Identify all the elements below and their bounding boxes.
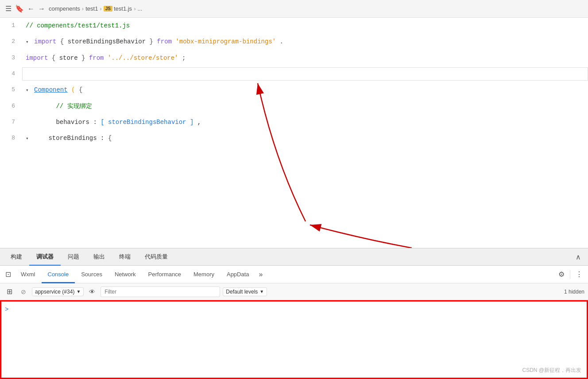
service-selector[interactable]: appservice (#34) ▼	[32, 287, 84, 296]
brace-open-3: {	[52, 54, 55, 62]
kw-import-2: import	[34, 38, 56, 45]
line-content-8: ▾ storeBindings : {	[22, 130, 588, 147]
dropdown-arrow-icon: ▼	[76, 289, 81, 294]
breadcrumb-compenents[interactable]: compenents	[49, 5, 80, 12]
tab-console[interactable]: Console	[42, 266, 75, 283]
breadcrumb-ellipsis: ...	[137, 5, 142, 12]
collapse-arrow-8[interactable]: ▾	[26, 136, 29, 141]
sep1: ›	[82, 5, 84, 12]
js-badge: JS	[104, 6, 112, 12]
breadcrumb-file[interactable]: JS test1.js	[104, 5, 132, 12]
tab-network[interactable]: Network	[108, 266, 142, 283]
console-output: > CSDN @新征程，再出发	[0, 300, 588, 379]
dots-icon[interactable]: ⋮	[572, 270, 586, 278]
tab-debugger[interactable]: 调试器	[29, 248, 61, 266]
levels-arrow-icon: ▼	[259, 289, 264, 294]
levels-label: Default levels	[226, 289, 258, 295]
line-num-4: 4	[0, 66, 22, 82]
breadcrumb-filename: test1.js	[114, 5, 132, 12]
top-bar: ☰ 🔖 ← → compenents › test1 › JS test1.js…	[0, 0, 588, 18]
line-num-5: 5	[0, 82, 22, 98]
semicolon-3: ;	[182, 54, 186, 62]
sep3: ›	[134, 5, 135, 12]
code-line-6: 6 // 实现绑定	[0, 98, 588, 114]
clear-btn[interactable]: ⊘	[18, 286, 29, 298]
comma-7: ,	[197, 119, 201, 126]
divider	[570, 270, 570, 279]
code-line-1: 1 // compenents/test1/test1.js	[0, 18, 588, 34]
tab-build[interactable]: 构建	[4, 248, 29, 266]
filter-input[interactable]	[101, 286, 220, 297]
console-toolbar: ⊞ ⊘ appservice (#34) ▼ 👁 Default levels …	[0, 283, 588, 300]
line-num-1: 1	[0, 18, 22, 34]
colon-8: :	[101, 135, 108, 142]
sep2: ›	[100, 5, 101, 12]
code-line-3: 3 import { store } from '../../store/sto…	[0, 50, 588, 66]
paren-open-5: (	[71, 86, 75, 93]
breadcrumb: compenents › test1 › JS test1.js › ...	[49, 5, 142, 12]
bracket-close-7: ]	[190, 119, 193, 126]
string-2: 'mobx-miniprogram-bindings'	[175, 38, 276, 45]
breadcrumb-test1[interactable]: test1	[85, 5, 98, 12]
more-icon[interactable]: »	[255, 271, 267, 278]
code-line-7: 7 behaviors : [ storeBindingsBehavior ] …	[0, 114, 588, 130]
back-icon[interactable]: ←	[27, 5, 35, 13]
bracket-open-7: [	[101, 119, 104, 126]
func-component[interactable]: Component	[34, 86, 68, 93]
devtools-tabs-bar: ⊡ Wxml Console Sources Network Performan…	[0, 266, 588, 283]
prop-behaviors: behaviors	[56, 119, 89, 126]
service-label: appservice (#34)	[35, 289, 74, 295]
bottom-tabs-bar: 构建 调试器 问题 输出 终端 代码质量 ∧	[0, 248, 588, 266]
collapse-arrow-5[interactable]: ▾	[26, 88, 29, 93]
console-prompt[interactable]: >	[5, 306, 8, 313]
tab-performance[interactable]: Performance	[142, 266, 187, 283]
chevron-up-icon[interactable]: ∧	[572, 253, 584, 261]
from-2: from	[157, 38, 172, 45]
brace-close-3: }	[81, 54, 89, 62]
comment-1: // compenents/test1/test1.js	[26, 22, 130, 29]
code-line-2: 2 ▾ import { storeBindingsBehavior } fro…	[0, 34, 588, 50]
line-content-6: // 实现绑定	[22, 98, 588, 114]
watermark: CSDN @新征程，再出发	[522, 367, 581, 374]
line-num-6: 6	[0, 98, 22, 114]
brace-open-2: {	[60, 38, 68, 45]
identifier-3: store	[59, 54, 78, 62]
tab-appdata[interactable]: AppData	[220, 266, 255, 283]
string-3: '../../store/store'	[108, 54, 178, 62]
eye-btn[interactable]: 👁	[86, 286, 98, 298]
settings-icon[interactable]: ⚙	[555, 270, 568, 278]
tab-code-quality[interactable]: 代码质量	[138, 248, 175, 266]
line-num-2: 2	[0, 34, 22, 50]
menu-icon[interactable]: ☰	[5, 4, 12, 13]
line-content-1: // compenents/test1/test1.js	[22, 18, 588, 34]
line-content-2: ▾ import { storeBindingsBehavior } from …	[22, 34, 588, 50]
levels-selector[interactable]: Default levels ▼	[223, 287, 267, 296]
bookmark-icon[interactable]: 🔖	[15, 4, 24, 13]
prop-storebindings: storeBindings	[48, 135, 97, 142]
line-num-3: 3	[0, 50, 22, 66]
collapse-arrow-2[interactable]: ▾	[26, 39, 29, 45]
line-content-5: ▾ Component ( {	[22, 82, 588, 98]
ellipsis-2: .	[280, 38, 283, 45]
line-content-7: behaviors : [ storeBindingsBehavior ] ,	[22, 114, 588, 130]
identifier-2: storeBindingsBehavior	[68, 38, 146, 45]
tab-terminal[interactable]: 终端	[112, 248, 138, 266]
tab-output[interactable]: 输出	[86, 248, 112, 266]
forward-icon[interactable]: →	[38, 5, 45, 13]
cursor-icon[interactable]: ⊡	[2, 266, 15, 283]
line-4-input[interactable]	[22, 67, 588, 81]
brace-8: {	[108, 135, 112, 142]
brace-5: {	[79, 86, 82, 93]
tab-problems[interactable]: 问题	[61, 248, 86, 266]
tab-memory[interactable]: Memory	[187, 266, 220, 283]
hidden-count: 1 hidden	[564, 289, 584, 295]
code-line-4: 4	[0, 66, 588, 82]
line-content-3: import { store } from '../../store/store…	[22, 50, 588, 66]
comment-6: // 实现绑定	[56, 103, 92, 110]
code-area: 1 // compenents/test1/test1.js 2 ▾ impor…	[0, 18, 588, 248]
sidebar-toggle-btn[interactable]: ⊞	[4, 286, 15, 298]
value-7: storeBindingsBehavior	[108, 119, 186, 126]
line-num-7: 7	[0, 114, 22, 130]
tab-sources[interactable]: Sources	[75, 266, 108, 283]
tab-wxml[interactable]: Wxml	[15, 266, 42, 283]
